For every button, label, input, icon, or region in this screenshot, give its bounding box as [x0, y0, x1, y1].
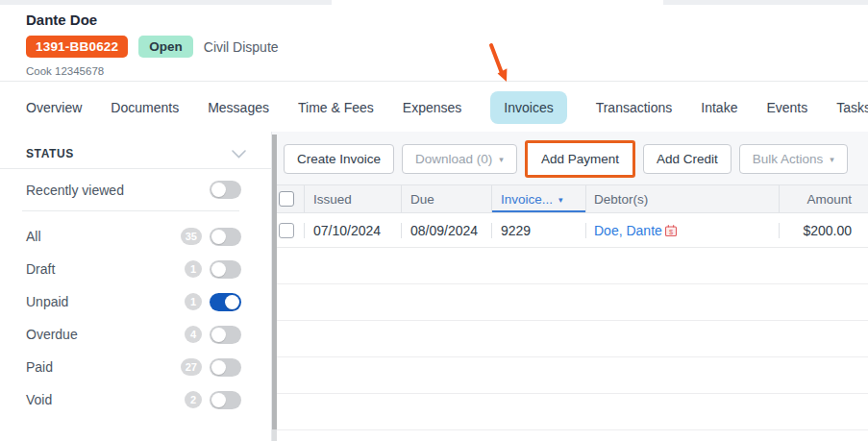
caret-down-icon: ▾: [499, 156, 504, 164]
tab-transactions[interactable]: Transactions: [596, 100, 673, 115]
select-all-checkbox[interactable]: [279, 191, 294, 207]
invoice-toolbar: Create Invoice Download (0) ▾ Add Paymen…: [272, 132, 868, 184]
tab-overview[interactable]: Overview: [26, 100, 82, 115]
count-badge: 4: [185, 326, 202, 343]
status-filter-sidebar: STATUS Recently viewed All 35: [0, 132, 272, 441]
tab-tasks[interactable]: Tasks: [836, 100, 868, 115]
unpaid-toggle[interactable]: [210, 293, 241, 311]
tab-expenses[interactable]: Expenses: [403, 100, 461, 115]
download-button[interactable]: Download (0) ▾: [402, 144, 517, 174]
column-header-issued[interactable]: Issued: [304, 185, 401, 212]
void-toggle[interactable]: [210, 391, 241, 409]
count-badge: 27: [181, 358, 202, 376]
count-badge: 1: [185, 260, 202, 278]
toggle-knob: [211, 262, 226, 277]
recently-viewed-toggle[interactable]: [210, 181, 241, 199]
toggle-knob: [211, 328, 226, 342]
toggle-knob: [211, 230, 226, 244]
annotation-arrow-icon: [479, 37, 517, 86]
filter-overdue: Overdue 4: [0, 318, 271, 351]
invoice-row: 07/10/2024 08/09/2024 9229 Doe, Dante: [272, 213, 868, 248]
add-credit-button[interactable]: Add Credit: [643, 144, 732, 174]
toggle-knob: [211, 360, 226, 375]
tab-events[interactable]: Events: [766, 100, 807, 115]
toggle-knob: [225, 295, 239, 309]
row-checkbox[interactable]: [279, 223, 294, 238]
empty-table-row: [272, 321, 868, 357]
paid-toggle[interactable]: [210, 358, 241, 377]
divider: [22, 210, 239, 211]
status-filter-list: All 35 Draft 1 Unpaid 1: [0, 220, 271, 416]
count-badge: 35: [181, 228, 202, 245]
badge-row: 1391-BB0622 Open Civil Dispute: [26, 36, 279, 58]
filter-recently-viewed: Recently viewed: [0, 169, 271, 210]
column-header-amount[interactable]: Amount: [779, 185, 868, 212]
court-line: Cook 12345678: [26, 65, 104, 77]
vertical-scrollbar[interactable]: [272, 135, 277, 429]
case-header: Dante Doe 1391-BB0622 Open Civil Dispute…: [0, 5, 868, 82]
vertical-scrollbar-track[interactable]: [272, 429, 277, 441]
tab-messages[interactable]: Messages: [208, 100, 269, 115]
amount-cell: $200.00: [779, 223, 868, 238]
add-payment-highlight-box: Add Payment: [525, 140, 635, 178]
caret-down-icon: ▾: [830, 156, 834, 164]
toggle-knob: [211, 393, 226, 407]
status-section-header[interactable]: STATUS: [0, 139, 271, 168]
column-header-invoice-sorted[interactable]: Invoice... ▾: [491, 185, 585, 212]
empty-table-row: [272, 284, 868, 321]
status-section-title: STATUS: [26, 147, 74, 160]
case-tab-bar: Overview Documents Messages Time & Fees …: [0, 83, 868, 132]
sort-caret-down-icon: ▾: [558, 195, 563, 205]
tab-time-fees[interactable]: Time & Fees: [298, 100, 374, 115]
create-invoice-button[interactable]: Create Invoice: [284, 144, 394, 174]
draft-toggle[interactable]: [210, 260, 241, 279]
filter-all: All 35: [0, 220, 271, 253]
count-badge: 2: [185, 391, 202, 408]
debtor-link[interactable]: Doe, Dante $: [594, 223, 678, 238]
filter-unpaid: Unpaid 1: [0, 285, 271, 318]
filter-void: Void 2: [0, 383, 271, 416]
issued-cell: 07/10/2024: [304, 223, 401, 238]
empty-table-row: [272, 357, 868, 394]
status-badge: Open: [138, 36, 193, 58]
tab-intake[interactable]: Intake: [701, 100, 737, 115]
debtor-cell: Doe, Dante $: [585, 223, 779, 238]
empty-table-row: [272, 248, 868, 284]
invoice-number-cell: 9229: [491, 223, 585, 238]
case-number-badge: 1391-BB0622: [26, 36, 128, 58]
tab-documents[interactable]: Documents: [111, 100, 179, 115]
case-name: Dante Doe: [26, 12, 97, 28]
add-payment-button[interactable]: Add Payment: [529, 144, 632, 174]
filter-paid: Paid 27: [0, 351, 271, 383]
tab-invoices[interactable]: Invoices: [490, 91, 566, 124]
due-cell: 08/09/2024: [401, 223, 491, 238]
case-type-label: Civil Dispute: [204, 39, 279, 55]
toggle-knob: [211, 183, 226, 197]
count-badge: 1: [185, 293, 202, 310]
invoices-panel: Create Invoice Download (0) ▾ Add Paymen…: [272, 132, 868, 441]
chevron-down-icon: [232, 150, 246, 159]
billing-calendar-icon: $: [664, 224, 678, 237]
invoice-table-header: Issued Due Invoice... ▾ Debtor(s) Amount: [272, 184, 868, 213]
column-header-debtors[interactable]: Debtor(s): [585, 185, 779, 212]
app-window: Dante Doe 1391-BB0622 Open Civil Dispute…: [0, 0, 868, 441]
column-header-due[interactable]: Due: [401, 185, 491, 212]
filter-draft: Draft 1: [0, 253, 271, 285]
empty-table-row: [272, 394, 868, 430]
bulk-actions-button[interactable]: Bulk Actions ▾: [739, 144, 848, 174]
all-toggle[interactable]: [210, 228, 241, 246]
body-row: STATUS Recently viewed All 35: [0, 132, 868, 441]
overdue-toggle[interactable]: [210, 326, 241, 344]
